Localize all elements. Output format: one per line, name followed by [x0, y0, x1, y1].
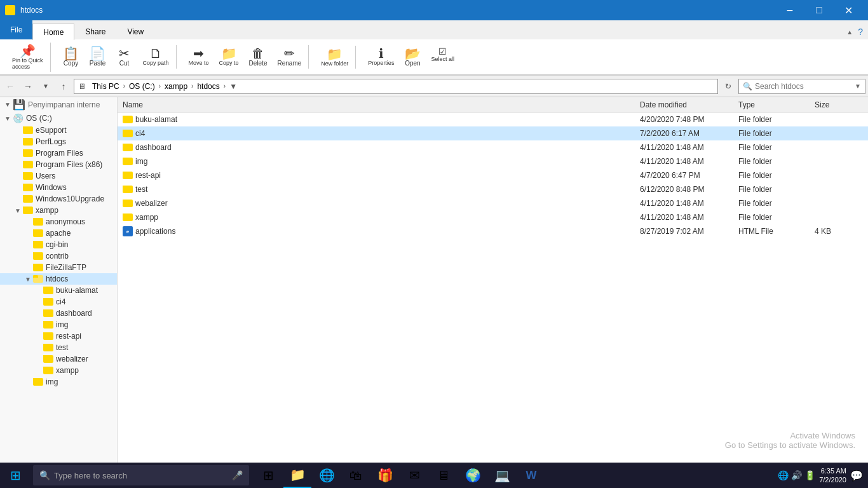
windows-logo-icon: ⊞: [10, 468, 21, 483]
refresh-button[interactable]: ↻: [721, 79, 736, 94]
tree-anonymous[interactable]: › anonymous: [0, 216, 117, 227]
file-list-header: Name Date modified Type Size: [118, 97, 868, 112]
tab-view[interactable]: View: [116, 23, 154, 39]
copy-to-button[interactable]: 📁 Copy to: [215, 45, 243, 69]
apps-button[interactable]: 🎁: [371, 463, 399, 488]
tree-cgi-bin[interactable]: › cgi-bin: [0, 239, 117, 250]
col-header-date[interactable]: Date modified: [640, 100, 738, 109]
table-row[interactable]: ci4 7/2/2020 6:17 AM File folder: [118, 126, 868, 140]
battery-icon: 🔋: [804, 470, 815, 480]
maximize-button[interactable]: □: [804, 0, 834, 20]
col-header-name[interactable]: Name: [120, 100, 640, 109]
move-to-button[interactable]: ➡ Move to: [184, 45, 214, 69]
browser2-button[interactable]: 🌍: [459, 463, 487, 488]
tree-program-files[interactable]: › Program Files: [0, 147, 117, 159]
tree-windows[interactable]: › Windows: [0, 182, 117, 193]
tree-htdocs[interactable]: ▼ htdocs: [0, 273, 117, 285]
tree-program-files-x86[interactable]: › Program Files (x86): [0, 159, 117, 170]
new-folder-button[interactable]: 📁 New folder: [316, 46, 353, 69]
table-row[interactable]: img 4/11/2020 1:48 AM File folder: [118, 154, 868, 168]
forward-button[interactable]: →: [20, 79, 36, 94]
tab-share[interactable]: Share: [74, 23, 116, 39]
tree-xampp-sub[interactable]: › xampp: [0, 365, 117, 376]
network-icon: 🌐: [778, 470, 789, 480]
col-header-size[interactable]: Size: [815, 100, 865, 109]
delete-button[interactable]: 🗑 Delete: [245, 45, 272, 69]
tree-os-c[interactable]: ▼ 💿 OS (C:): [0, 112, 117, 125]
tree-img[interactable]: › img: [0, 319, 117, 330]
path-dropdown[interactable]: ▼: [227, 79, 240, 94]
edge-button[interactable]: 🌐: [313, 463, 341, 488]
word-button[interactable]: W: [517, 463, 545, 488]
table-row[interactable]: xampp 4/11/2020 1:48 AM File folder: [118, 210, 868, 224]
start-button[interactable]: ⊞: [0, 463, 31, 488]
tree-filezillaftp[interactable]: › FileZillaFTP: [0, 262, 117, 273]
terminal-icon: 💻: [494, 468, 510, 483]
table-row[interactable]: buku-alamat 4/20/2020 7:48 PM File folde…: [118, 112, 868, 126]
pin-to-quick-access-button[interactable]: 📌 Pin to Quickaccess: [8, 43, 48, 72]
help-button[interactable]: ?: [855, 24, 865, 39]
taskbar-search-box[interactable]: 🔍 Type here to search 🎤: [33, 465, 249, 485]
table-row[interactable]: eapplications 8/27/2019 7:02 AM HTML Fil…: [118, 224, 868, 238]
title-bar: htdocs – □ ✕: [0, 0, 868, 20]
tab-home[interactable]: Home: [32, 24, 74, 40]
tree-contrib[interactable]: › contrib: [0, 250, 117, 262]
path-this-pc[interactable]: This PC: [90, 81, 122, 92]
properties-button[interactable]: ℹ Properties: [363, 45, 398, 69]
store-button[interactable]: 🛍: [342, 463, 370, 488]
search-input[interactable]: [755, 82, 852, 91]
tab-file[interactable]: File: [0, 20, 32, 39]
file-explorer-button[interactable]: 📁: [283, 463, 311, 488]
ribbon-expand[interactable]: ▲: [844, 26, 855, 38]
up-button[interactable]: ↑: [56, 79, 71, 94]
tree-img-top[interactable]: › img: [0, 376, 117, 388]
tree-dashboard[interactable]: › dashboard: [0, 308, 117, 319]
copy-button[interactable]: 📋 Copy: [58, 45, 84, 69]
mail-button[interactable]: ✉: [400, 463, 428, 488]
ribbon-toolbar: 📌 Pin to Quickaccess 📋 Copy 📄 Paste ✂ Cu…: [0, 39, 868, 75]
storage-header[interactable]: ▼ 💾 Penyimpanan interne: [0, 97, 117, 112]
minimize-button[interactable]: –: [775, 0, 804, 20]
tree-windows10upgrade[interactable]: › Windows10Upgrade: [0, 193, 117, 205]
tree-buku-alamat[interactable]: › buku-alamat: [0, 285, 117, 296]
table-row[interactable]: webalizer 4/11/2020 1:48 AM File folder: [118, 196, 868, 210]
address-path[interactable]: 🖥 This PC › OS (C:) › xampp › htdocs › ▼: [74, 79, 718, 94]
path-htdocs[interactable]: htdocs: [194, 81, 222, 92]
search-box[interactable]: 🔍 ▼: [738, 79, 865, 94]
search-dropdown-icon[interactable]: ▼: [855, 83, 861, 90]
tree-perflogs[interactable]: › PerfLogs: [0, 136, 117, 147]
open-button[interactable]: 📂 Open: [400, 45, 425, 69]
microphone-icon[interactable]: 🎤: [232, 470, 243, 480]
notification-icon[interactable]: 💬: [850, 470, 863, 482]
tree-rest-api[interactable]: › rest-api: [0, 330, 117, 342]
rename-button[interactable]: ✏ Rename: [273, 45, 306, 69]
tree-ci4[interactable]: › ci4: [0, 296, 117, 308]
table-row[interactable]: test 6/12/2020 8:48 PM File folder: [118, 182, 868, 196]
tree-xampp[interactable]: ▼ xampp: [0, 205, 117, 216]
select-all-button[interactable]: ☑ Select all: [426, 45, 459, 69]
recent-button[interactable]: ▼: [38, 79, 53, 94]
system-tray[interactable]: 🌐 🔊 🔋: [778, 470, 815, 480]
task-view-button[interactable]: ⊞: [254, 463, 282, 488]
terminal-button[interactable]: 💻: [488, 463, 516, 488]
taskbar-search-text: Type here to search: [54, 471, 127, 480]
xampp-button[interactable]: 🖥: [430, 463, 458, 488]
copy-path-button[interactable]: 🗋 Copy path: [139, 45, 173, 69]
path-xampp[interactable]: xampp: [162, 81, 190, 92]
path-c-drive[interactable]: OS (C:): [126, 81, 158, 92]
tree-apache[interactable]: › apache: [0, 227, 117, 239]
back-button[interactable]: ←: [3, 79, 18, 94]
table-row[interactable]: rest-api 4/7/2020 6:47 PM File folder: [118, 168, 868, 182]
cut-button[interactable]: ✂ Cut: [112, 45, 137, 69]
tree-users[interactable]: › Users: [0, 170, 117, 182]
taskbar-clock[interactable]: 6:35 AM 7/2/2020: [819, 466, 846, 485]
table-row[interactable]: dashboard 4/11/2020 1:48 AM File folder: [118, 140, 868, 154]
close-button[interactable]: ✕: [834, 0, 863, 20]
tree-test[interactable]: › test: [0, 342, 117, 353]
paste-button[interactable]: 📄 Paste: [85, 45, 111, 69]
col-header-type[interactable]: Type: [738, 100, 815, 109]
taskbar-right: 🌐 🔊 🔋 6:35 AM 7/2/2020 💬: [778, 466, 868, 485]
mail-icon: ✉: [409, 468, 420, 483]
tree-esupport[interactable]: › eSupport: [0, 125, 117, 136]
tree-webalizer[interactable]: › webalizer: [0, 353, 117, 365]
